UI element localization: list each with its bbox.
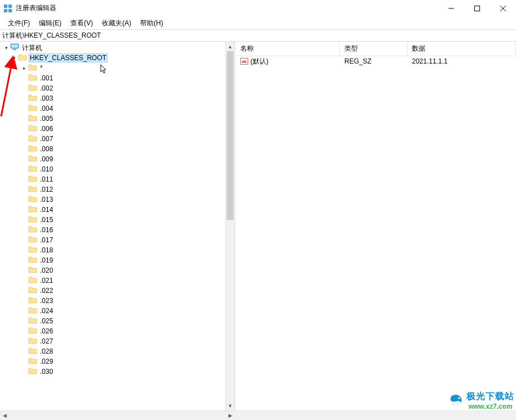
- tree-node-star[interactable]: ▸ *: [0, 63, 225, 73]
- tree-node[interactable]: .020: [0, 265, 225, 276]
- tree-label: .021: [39, 276, 54, 285]
- folder-icon: [28, 175, 37, 184]
- folder-icon: [28, 306, 37, 315]
- tree-node[interactable]: .023: [0, 296, 225, 306]
- folder-icon: [28, 256, 37, 265]
- tree-label: .029: [39, 357, 54, 366]
- tree-node[interactable]: .007: [0, 134, 225, 144]
- tree-label: .006: [39, 124, 54, 133]
- chevron-down-icon[interactable]: ▾: [2, 45, 10, 51]
- title-bar: 注册表编辑器: [0, 0, 516, 17]
- folder-icon: [28, 276, 37, 285]
- tree-node[interactable]: .005: [0, 114, 225, 124]
- menu-file[interactable]: 文件(F): [3, 17, 34, 29]
- tree-label: .019: [39, 256, 54, 265]
- scroll-down-arrow-icon[interactable]: ▼: [226, 401, 235, 410]
- tree-node[interactable]: .029: [0, 356, 225, 367]
- reg-sz-icon: ab: [240, 57, 248, 65]
- menu-view[interactable]: 查看(V): [66, 17, 97, 29]
- tree-label: .008: [39, 144, 54, 153]
- folder-icon: [28, 134, 37, 143]
- tree-node[interactable]: .014: [0, 205, 225, 215]
- tree-node[interactable]: .010: [0, 164, 225, 174]
- folder-icon: [28, 185, 37, 194]
- svg-rect-5: [475, 6, 480, 11]
- tree-label: .015: [39, 215, 54, 224]
- folder-icon: [28, 367, 37, 376]
- tree-label: .013: [39, 195, 54, 204]
- svg-rect-9: [11, 44, 18, 48]
- folder-icon: [28, 165, 37, 174]
- list-body[interactable]: ab (默认) REG_SZ 2021.11.1.1: [236, 56, 516, 66]
- column-header-data[interactable]: 数据: [407, 42, 516, 56]
- svg-rect-0: [4, 4, 7, 8]
- address-bar[interactable]: 计算机\HKEY_CLASSES_ROOT: [0, 29, 516, 42]
- tree-node[interactable]: .001: [0, 73, 225, 83]
- folder-icon: [28, 296, 37, 305]
- menu-edit[interactable]: 编辑(E): [34, 17, 66, 29]
- tree-node[interactable]: .012: [0, 184, 225, 195]
- folder-icon: [28, 114, 37, 123]
- svg-rect-10: [13, 49, 16, 50]
- scroll-up-arrow-icon[interactable]: ▲: [226, 42, 235, 51]
- tree-node[interactable]: .022: [0, 286, 225, 296]
- tree-node[interactable]: .030: [0, 367, 225, 377]
- window-controls: [438, 0, 516, 17]
- tree-node[interactable]: .002: [0, 83, 225, 93]
- scroll-right-arrow-icon[interactable]: ▶: [226, 411, 235, 420]
- tree-label: .011: [39, 175, 54, 184]
- folder-icon: [28, 124, 37, 133]
- list-row[interactable]: ab (默认) REG_SZ 2021.11.1.1: [236, 56, 516, 66]
- folder-icon: [28, 215, 37, 224]
- tree-node[interactable]: .025: [0, 316, 225, 326]
- tree-node[interactable]: .004: [0, 103, 225, 114]
- tree-node[interactable]: .028: [0, 346, 225, 356]
- tree-node-computer[interactable]: ▾ 计算机: [0, 43, 225, 53]
- tree-label: .010: [39, 165, 54, 174]
- tree-label: .009: [39, 155, 54, 164]
- tree-node[interactable]: .013: [0, 195, 225, 205]
- tree-node[interactable]: .017: [0, 235, 225, 245]
- tree-node[interactable]: .008: [0, 144, 225, 154]
- window-title: 注册表编辑器: [16, 3, 56, 13]
- tree-node-hkcr[interactable]: ▾ HKEY_CLASSES_ROOT: [0, 53, 225, 63]
- folder-icon: [28, 74, 37, 83]
- tree-node[interactable]: .011: [0, 174, 225, 184]
- scroll-thumb[interactable]: [227, 51, 234, 220]
- svg-text:ab: ab: [242, 60, 246, 64]
- tree-node[interactable]: .026: [0, 326, 225, 336]
- tree-node[interactable]: .021: [0, 276, 225, 286]
- tree-node[interactable]: .024: [0, 306, 225, 316]
- tree-node[interactable]: .006: [0, 124, 225, 134]
- tree-vertical-scrollbar[interactable]: ▲ ▼: [225, 42, 235, 410]
- close-button[interactable]: [490, 0, 516, 17]
- tree-node[interactable]: .016: [0, 225, 225, 235]
- maximize-button[interactable]: [464, 0, 490, 17]
- menu-help[interactable]: 帮助(H): [136, 17, 168, 29]
- tree-label: 计算机: [21, 43, 43, 53]
- tree-node[interactable]: .018: [0, 245, 225, 255]
- tree-node[interactable]: .015: [0, 215, 225, 225]
- chevron-down-icon[interactable]: ▾: [10, 55, 18, 61]
- tree-node[interactable]: .019: [0, 255, 225, 265]
- chevron-right-icon[interactable]: ▸: [20, 65, 28, 71]
- tree-label: .002: [39, 84, 54, 93]
- menu-favorites[interactable]: 收藏夹(A): [97, 17, 136, 29]
- tree-node[interactable]: .009: [0, 154, 225, 164]
- cell-type: REG_SZ: [344, 57, 371, 65]
- tree-view[interactable]: ▾ 计算机 ▾: [0, 42, 225, 410]
- horizontal-scrollbar[interactable]: ◀ ▶: [0, 410, 516, 420]
- folder-icon: [28, 155, 37, 164]
- minimize-button[interactable]: [438, 0, 464, 17]
- column-header-type[interactable]: 类型: [340, 42, 407, 56]
- tree-label: .018: [39, 246, 54, 255]
- tree-label: .017: [39, 236, 54, 245]
- scroll-left-arrow-icon[interactable]: ◀: [0, 411, 10, 420]
- scroll-track[interactable]: [10, 411, 226, 420]
- tree-label: .027: [39, 337, 54, 346]
- regedit-app-icon: [3, 4, 12, 13]
- column-header-name[interactable]: 名称: [236, 42, 340, 56]
- tree-node[interactable]: .027: [0, 336, 225, 346]
- tree-label: .022: [39, 286, 54, 295]
- tree-node[interactable]: .003: [0, 93, 225, 103]
